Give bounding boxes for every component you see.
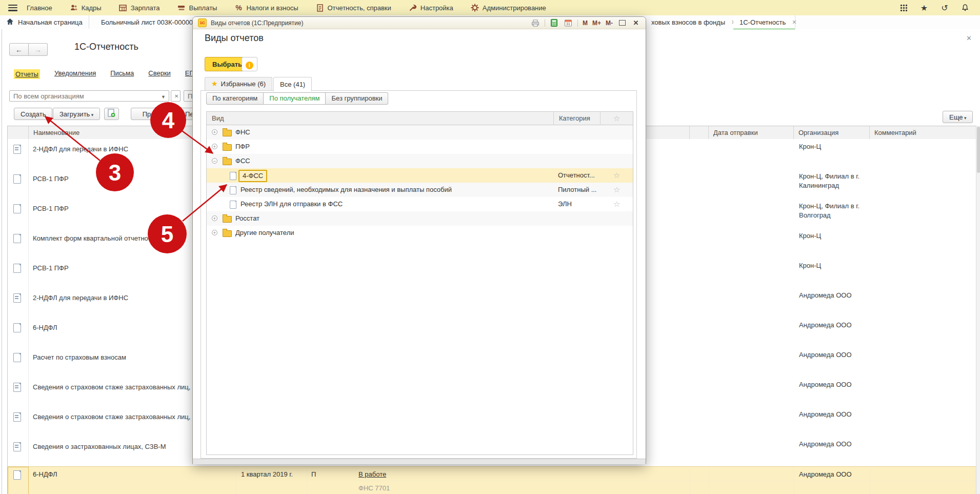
- create-button[interactable]: Создать: [14, 108, 52, 120]
- organization-cell: Андромеда ООО: [799, 440, 867, 449]
- status-link[interactable]: В работе: [358, 470, 386, 478]
- page-close-icon[interactable]: ✕: [966, 34, 972, 42]
- group-by-categories-button[interactable]: По категориям: [206, 92, 264, 105]
- header-comment[interactable]: Комментарий: [870, 126, 976, 139]
- tree-node-fns[interactable]: + ФНС: [207, 125, 633, 140]
- no-grouping-button[interactable]: Без группировки: [326, 92, 388, 105]
- report-direction: П: [311, 470, 316, 478]
- clear-filter-button[interactable]: ✕: [171, 90, 181, 102]
- menu-item-administrirovanie[interactable]: Администрирование: [471, 4, 546, 12]
- font-decrease-icon[interactable]: M-: [606, 19, 613, 27]
- tab-reports[interactable]: Отчеты: [14, 69, 40, 79]
- report-period: 1 квартал 2019 г.: [241, 470, 293, 478]
- load-button[interactable]: Загрузить: [53, 108, 100, 120]
- tree-header: Вид Категория ☆: [207, 112, 633, 125]
- print-icon[interactable]: [531, 19, 540, 27]
- people-icon: [70, 4, 78, 12]
- tree-node-pfr[interactable]: + ПФР: [207, 140, 633, 154]
- tab-insurance-contributions[interactable]: ховых взносов в фонды✕: [645, 15, 734, 29]
- header-favorite-star[interactable]: ☆: [601, 112, 633, 125]
- tree-node-fss[interactable]: − ФСС: [207, 154, 633, 168]
- tab-letters[interactable]: Письма: [110, 69, 134, 79]
- check-button[interactable]: Пров: [131, 108, 170, 120]
- tab-notifications[interactable]: Уведомления: [54, 69, 96, 79]
- tab-1c-reporting[interactable]: 1С-Отчетность✕: [733, 15, 795, 30]
- organization-cell: Андромеда ООО: [799, 470, 852, 478]
- tree-node-registry-eln[interactable]: Реестр ЭЛН для отправки в ФСС ЭЛН ☆: [207, 197, 633, 211]
- expand-icon[interactable]: +: [212, 230, 217, 235]
- tab-favorites[interactable]: ★ Избранные (6): [205, 77, 272, 90]
- document-icon: [13, 234, 21, 243]
- organization-cell: Крон-Ц, Филиал в г. Калининград: [799, 172, 867, 190]
- organization-cell: Андромеда ООО: [799, 321, 867, 330]
- dialog-title: Виды отчетов (1С:Предприятие): [211, 19, 303, 27]
- more-button[interactable]: Еще: [943, 111, 973, 123]
- report-doc-icon: [230, 201, 236, 209]
- favorite-star-icon[interactable]: ☆: [613, 183, 620, 197]
- tree-node-4fss-selected[interactable]: 4-ФСС Отчетност... ☆: [207, 168, 633, 183]
- folder-icon: [223, 144, 232, 151]
- expand-icon[interactable]: +: [212, 144, 217, 149]
- close-icon[interactable]: ✕: [631, 19, 641, 27]
- header-kind[interactable]: Вид: [207, 112, 554, 125]
- scrollbar-thumb[interactable]: [977, 127, 980, 173]
- history-icon[interactable]: ↺: [940, 3, 949, 12]
- menu-item-vyplaty[interactable]: Выплаты: [177, 4, 217, 12]
- info-icon: i: [246, 62, 253, 69]
- organization-cell: Андромеда ООО: [799, 380, 867, 389]
- menu-item-otchetnost[interactable]: Отчетность, справки: [316, 4, 391, 12]
- header-category[interactable]: Категория: [554, 112, 601, 125]
- info-button[interactable]: i: [242, 57, 257, 71]
- font-increase-icon[interactable]: M+: [592, 19, 601, 27]
- favorite-star-icon[interactable]: ☆: [613, 168, 620, 183]
- favorite-star-icon[interactable]: ☆: [613, 197, 620, 211]
- tree-node-rosstat[interactable]: + Росстат: [207, 211, 633, 226]
- window-edge-divider: [2, 29, 2, 494]
- add-document-button[interactable]: [104, 108, 119, 120]
- header-sent-date[interactable]: Дата отправки: [709, 126, 794, 139]
- tree-node-other-recipients[interactable]: + Другие получатели: [207, 226, 633, 240]
- tab-all[interactable]: Все (41): [273, 77, 312, 91]
- menu-item-kadry[interactable]: Кадры: [70, 4, 102, 12]
- group-by-recipients-button[interactable]: По получателям: [264, 92, 326, 105]
- expand-icon[interactable]: +: [212, 129, 217, 135]
- home-icon: [6, 18, 14, 27]
- notifications-bell-icon[interactable]: [961, 3, 970, 12]
- menu-item-nalogi[interactable]: % Налоги и взносы: [234, 4, 298, 12]
- dialog-title-bar[interactable]: 1С Виды отчетов (1С:Предприятие) 31 M M+…: [193, 17, 646, 29]
- category-cell: Пилотный ...: [558, 183, 596, 197]
- organization-cell: Крон-Ц: [799, 231, 867, 241]
- grouping-toggle: По категориям По получателям Без группир…: [206, 92, 388, 105]
- tab-close-icon[interactable]: ✕: [792, 19, 796, 26]
- document-icon: [13, 174, 21, 184]
- apps-grid-icon[interactable]: [899, 3, 908, 12]
- menu-item-nastroyka[interactable]: Настройка: [409, 4, 453, 12]
- forward-button[interactable]: →: [29, 43, 48, 56]
- vertical-scrollbar[interactable]: [976, 126, 980, 494]
- organization-cell: Андромеда ООО: [799, 410, 867, 419]
- menu-item-main[interactable]: Главное: [27, 4, 52, 12]
- header-icon-column[interactable]: [8, 126, 29, 139]
- hamburger-menu-icon[interactable]: [8, 5, 17, 11]
- tab-home[interactable]: Начальная страница: [0, 15, 89, 29]
- dialog-panel: По категориям По получателям Без группир…: [201, 90, 637, 459]
- folder-icon: [223, 230, 232, 237]
- favorites-star-icon[interactable]: ★: [919, 3, 929, 12]
- calendar-icon[interactable]: 31: [564, 19, 573, 27]
- expand-icon[interactable]: +: [212, 215, 217, 221]
- font-normal-icon[interactable]: M: [583, 19, 588, 27]
- tree-node-registry-benefits[interactable]: Реестр сведений, необходимых для назначе…: [207, 183, 633, 197]
- collapse-icon[interactable]: −: [212, 158, 217, 164]
- back-button[interactable]: ←: [9, 43, 29, 56]
- maximize-icon[interactable]: [617, 19, 627, 27]
- tab-reconciliations[interactable]: Сверки: [148, 69, 171, 79]
- document-icon: [13, 264, 21, 273]
- selected-table-row[interactable]: 6-НДФЛ 1 квартал 2019 г. П В работе ФНС …: [8, 466, 976, 494]
- document-icon: [13, 383, 21, 392]
- header-organization[interactable]: Организация: [794, 126, 870, 139]
- organization-cell: Крон-Ц, Филиал в г. Волгоград: [799, 202, 867, 220]
- organization-filter-input[interactable]: [9, 90, 169, 102]
- calculator-icon[interactable]: [550, 19, 559, 27]
- header-extra[interactable]: [690, 126, 709, 139]
- menu-item-zarplata[interactable]: Зарплата: [119, 4, 160, 12]
